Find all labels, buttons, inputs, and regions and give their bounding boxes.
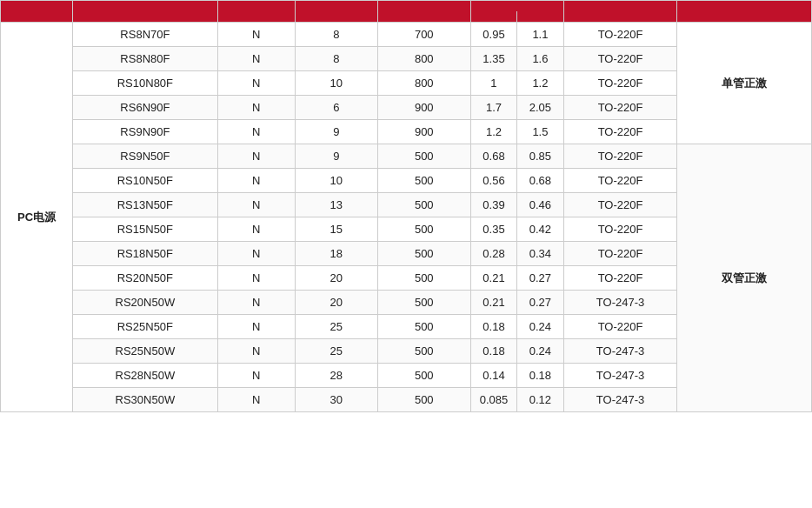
cell-typ: 0.68: [470, 144, 516, 169]
cell-type: N: [217, 71, 295, 96]
cell-typ: 0.39: [470, 193, 516, 217]
cell-max: 1.2: [517, 71, 563, 96]
header-row-main: [1, 1, 812, 12]
cell-type: N: [217, 242, 295, 266]
header-partno: [73, 1, 217, 23]
main-table: PC电源RS8N70FN87000.951.1TO-220F单管正激RS8N80…: [0, 0, 812, 412]
cell-type: N: [217, 96, 295, 120]
cell-typ: 0.085: [470, 388, 516, 412]
cell-type: N: [217, 120, 295, 144]
cell-max: 1.6: [517, 47, 563, 71]
cell-id: 25: [295, 315, 377, 339]
cell-vdss: 500: [377, 169, 470, 193]
cell-id: 10: [295, 169, 377, 193]
cell-partno: RS9N50F: [73, 144, 217, 169]
header-type: [217, 1, 295, 23]
cell-package: TO-220F: [563, 315, 677, 339]
cell-typ: 0.21: [470, 291, 516, 315]
cell-id: 20: [295, 291, 377, 315]
cell-typ: 0.35: [470, 217, 516, 242]
header-max: [517, 11, 563, 23]
cell-vdss: 500: [377, 144, 470, 169]
cell-no: PC电源: [1, 23, 73, 412]
cell-max: 0.18: [517, 364, 563, 388]
cell-type: N: [217, 364, 295, 388]
cell-id: 8: [295, 47, 377, 71]
cell-max: 1.1: [517, 23, 563, 47]
cell-partno: RS28N50W: [73, 364, 217, 388]
header-no: [1, 1, 73, 23]
cell-vdss: 500: [377, 266, 470, 291]
cell-vdss: 500: [377, 242, 470, 266]
table-row: PC电源RS8N70FN87000.951.1TO-220F单管正激: [1, 23, 812, 47]
cell-typ: 1.35: [470, 47, 516, 71]
cell-type: N: [217, 23, 295, 47]
cell-id: 20: [295, 266, 377, 291]
cell-id: 10: [295, 71, 377, 96]
cell-package: TO-220F: [563, 71, 677, 96]
cell-partno: RS18N50F: [73, 242, 217, 266]
cell-type: N: [217, 266, 295, 291]
cell-partno: RS20N50W: [73, 291, 217, 315]
cell-type: N: [217, 339, 295, 364]
cell-type: N: [217, 315, 295, 339]
cell-vdss: 900: [377, 120, 470, 144]
cell-id: 9: [295, 120, 377, 144]
header-product: [677, 1, 812, 23]
cell-vdss: 500: [377, 217, 470, 242]
cell-package: TO-220F: [563, 23, 677, 47]
cell-id: 30: [295, 388, 377, 412]
cell-package: TO-220F: [563, 47, 677, 71]
cell-typ: 1.7: [470, 96, 516, 120]
cell-max: 0.24: [517, 339, 563, 364]
cell-package: TO-220F: [563, 96, 677, 120]
table-body: PC电源RS8N70FN87000.951.1TO-220F单管正激RS8N80…: [1, 23, 812, 412]
cell-type: N: [217, 169, 295, 193]
cell-typ: 0.18: [470, 339, 516, 364]
cell-id: 8: [295, 23, 377, 47]
cell-vdss: 500: [377, 388, 470, 412]
cell-max: 0.85: [517, 144, 563, 169]
cell-partno: RS25N50W: [73, 339, 217, 364]
cell-typ: 1: [470, 71, 516, 96]
cell-partno: RS15N50F: [73, 217, 217, 242]
cell-package: TO-220F: [563, 169, 677, 193]
cell-package: TO-220F: [563, 144, 677, 169]
cell-partno: RS10N80F: [73, 71, 217, 96]
cell-type: N: [217, 388, 295, 412]
cell-package: TO-220F: [563, 217, 677, 242]
cell-type: N: [217, 291, 295, 315]
cell-vdss: 800: [377, 47, 470, 71]
cell-vdss: 500: [377, 291, 470, 315]
cell-vdss: 700: [377, 23, 470, 47]
cell-partno: RS8N80F: [73, 47, 217, 71]
cell-id: 28: [295, 364, 377, 388]
header-typ: [470, 11, 516, 23]
cell-id: 18: [295, 242, 377, 266]
cell-vdss: 800: [377, 71, 470, 96]
cell-type: N: [217, 217, 295, 242]
cell-vdss: 500: [377, 315, 470, 339]
cell-product: 双管正激: [677, 144, 812, 412]
cell-type: N: [217, 193, 295, 217]
cell-type: N: [217, 47, 295, 71]
cell-package: TO-220F: [563, 242, 677, 266]
cell-vdss: 500: [377, 364, 470, 388]
cell-partno: RS25N50F: [73, 315, 217, 339]
cell-typ: 0.95: [470, 23, 516, 47]
cell-package: TO-247-3: [563, 364, 677, 388]
cell-partno: RS6N90F: [73, 96, 217, 120]
cell-max: 0.46: [517, 193, 563, 217]
cell-typ: 0.56: [470, 169, 516, 193]
cell-product: 单管正激: [677, 23, 812, 144]
cell-vdss: 500: [377, 193, 470, 217]
header-package: [563, 1, 677, 23]
cell-partno: RS30N50W: [73, 388, 217, 412]
cell-max: 0.42: [517, 217, 563, 242]
cell-vdss: 900: [377, 96, 470, 120]
cell-max: 2.05: [517, 96, 563, 120]
cell-partno: RS8N70F: [73, 23, 217, 47]
cell-typ: 0.14: [470, 364, 516, 388]
cell-max: 0.27: [517, 291, 563, 315]
cell-id: 6: [295, 96, 377, 120]
